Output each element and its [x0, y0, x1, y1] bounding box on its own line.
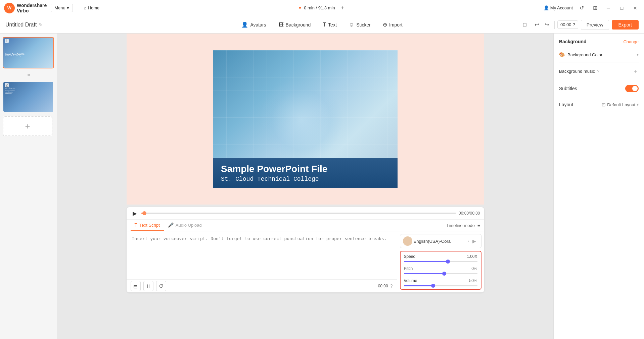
script-time: 00:00	[378, 284, 388, 288]
avatars-button[interactable]: 👤 Avatars	[236, 19, 271, 30]
sticker-icon: ☺	[349, 22, 354, 28]
edit-title-icon[interactable]: ✎	[39, 22, 43, 27]
preview-button[interactable]: Preview	[581, 20, 609, 30]
background-music-text: Background music	[559, 69, 595, 74]
rp-divider-3	[559, 80, 639, 80]
tab-text-script[interactable]: T Text Script	[131, 220, 164, 231]
time-display: 00:00 ?	[557, 20, 578, 29]
main-layout: Sample PowerPoint File St. Cloud Technic…	[0, 34, 644, 339]
add-music-button[interactable]: ＋	[633, 67, 639, 75]
my-account-button[interactable]: 👤 My Account	[544, 5, 573, 10]
divider	[77, 4, 77, 12]
slide-item-1[interactable]: Sample PowerPoint File St. Cloud Technic…	[3, 37, 54, 68]
timeline-mode-label: Timeline mode	[446, 223, 475, 228]
timeline-mode-icon: ≡	[477, 223, 480, 228]
add-time-button[interactable]: ＋	[338, 3, 347, 13]
canvas-background: Sample PowerPoint File St. Cloud Technic…	[213, 50, 398, 188]
toolbar: Untitled Draft ✎ 👤 Avatars 🖼 Background …	[0, 16, 644, 34]
default-layout-label: Default Layout	[607, 102, 635, 107]
volume-control: Volume 50%	[404, 278, 477, 286]
home-label: Home	[88, 5, 100, 10]
maximize-button[interactable]: □	[617, 3, 627, 13]
voice-play-button[interactable]: ▶	[470, 237, 478, 245]
background-label: Background	[286, 22, 311, 27]
layout-row[interactable]: Layout ⊡ Default Layout ▾	[559, 100, 639, 109]
toolbar-right: □ ↩ ↪ 00:00 ? Preview Export	[520, 20, 639, 30]
pitch-track[interactable]	[404, 273, 477, 274]
text-label: Text	[328, 22, 337, 27]
slide-panel: Sample PowerPoint File St. Cloud Technic…	[0, 34, 57, 339]
rp-divider-1	[559, 47, 639, 47]
volume-track[interactable]	[404, 285, 477, 286]
close-button[interactable]: ✕	[631, 3, 640, 13]
slide-play-icon[interactable]: ⏮	[27, 72, 31, 77]
voice-controls: Speed 1.00X Pitch 0	[400, 251, 481, 290]
progress-track[interactable]	[141, 213, 456, 214]
right-panel: Background Change 🎨 Background Color ▾ B…	[553, 34, 644, 339]
voice-selector[interactable]: English(USA)-Cora › ▶	[400, 234, 481, 248]
minimize-button[interactable]: ─	[604, 3, 613, 13]
audio-upload-label: Audio Upload	[176, 223, 202, 228]
background-button[interactable]: 🖼 Background	[273, 20, 316, 30]
speed-thumb	[446, 260, 450, 264]
sticker-label: Sticker	[356, 22, 371, 27]
speed-value: 1.00X	[467, 254, 477, 259]
center-area: Sample PowerPoint File St. Cloud Technic…	[57, 34, 553, 339]
script-bottom-bar: ⬒ ⏸ ⏱ 00:00 ?	[127, 279, 397, 292]
speed-track[interactable]	[404, 261, 477, 262]
pause-tool-button[interactable]: ⏸	[143, 281, 153, 291]
script-voice-area: ⬒ ⏸ ⏱ 00:00 ? English(USA)-Cor	[127, 231, 484, 292]
slide-item-2[interactable]: Ata s along sime lorem ipsum text heremo…	[3, 81, 54, 113]
music-help-icon: ?	[597, 69, 599, 74]
change-button[interactable]: Change	[623, 39, 639, 44]
toolbar-center: 👤 Avatars 🖼 Background T Text ☺ Sticker …	[236, 19, 408, 30]
background-section: Background Change 🎨 Background Color ▾ B…	[559, 39, 639, 109]
save-button[interactable]: □	[520, 20, 530, 30]
rp-divider-4	[559, 97, 639, 97]
insert-tool-button[interactable]: ⬒	[131, 281, 141, 291]
voice-arrow-icon: ›	[468, 239, 469, 243]
background-title: Background	[559, 39, 587, 44]
toolbar-left: Untitled Draft ✎	[5, 22, 43, 28]
volume-thumb	[431, 284, 435, 288]
import-button[interactable]: ⊕ Import	[377, 19, 408, 30]
tab-audio-upload[interactable]: 🎤 Audio Upload	[164, 220, 206, 231]
slide-thumbnail-2: Ata s along sime lorem ipsum text heremo…	[3, 82, 53, 112]
palette-icon: 🎨	[559, 52, 565, 57]
voice-avatar	[403, 236, 412, 246]
title-bar-right: 👤 My Account ↺ ⊞ ─ □ ✕	[544, 3, 640, 13]
text-script-label: Text Script	[139, 223, 160, 228]
export-button[interactable]: Export	[612, 20, 639, 30]
undo-redo-group: ↩ ↪	[532, 20, 552, 30]
timer-tool-button[interactable]: ⏱	[156, 281, 166, 291]
home-icon: ⌂	[84, 5, 87, 10]
play-button[interactable]: ▶	[131, 209, 139, 217]
redo-button[interactable]: ↪	[542, 20, 552, 30]
sticker-button[interactable]: ☺ Sticker	[343, 20, 376, 30]
time-info: 0 min / 91.3 min	[304, 5, 335, 10]
subtitles-toggle[interactable]	[625, 85, 639, 92]
avatars-label: Avatars	[250, 22, 266, 27]
undo-button[interactable]: ↩	[532, 20, 542, 30]
apps-button[interactable]: ⊞	[590, 3, 600, 13]
pitch-thumb	[442, 272, 446, 276]
playback-bar: ▶ 00:00/00:00	[127, 207, 484, 220]
timeline-mode-button[interactable]: Timeline mode ≡	[446, 223, 480, 228]
background-color-row[interactable]: 🎨 Background Color ▾	[559, 50, 639, 59]
pitch-label: Pitch	[404, 266, 413, 271]
title-bar-left: W WondershareVirbo Menu ▾ ⌂ Home	[4, 3, 102, 13]
script-tabs: T Text Script 🎤 Audio Upload Timeline mo…	[127, 220, 484, 231]
slide-number-2: 2	[5, 83, 9, 87]
text-button[interactable]: T Text	[317, 20, 342, 30]
script-text-section: ⬒ ⏸ ⏱ 00:00 ?	[127, 231, 397, 292]
script-help-icon[interactable]: ?	[390, 283, 393, 289]
history-button[interactable]: ↺	[577, 3, 586, 13]
avatars-icon: 👤	[241, 21, 248, 28]
script-textarea[interactable]	[127, 231, 397, 279]
menu-button[interactable]: Menu ▾	[51, 4, 73, 12]
time-help-icon: ?	[573, 22, 575, 27]
home-button[interactable]: ⌂ Home	[81, 4, 102, 12]
import-icon: ⊕	[383, 21, 387, 28]
bottom-panel: ▶ 00:00/00:00 T Text Script 🎤 Audio Uplo…	[127, 207, 484, 292]
add-slide-button[interactable]: ＋	[3, 116, 52, 136]
